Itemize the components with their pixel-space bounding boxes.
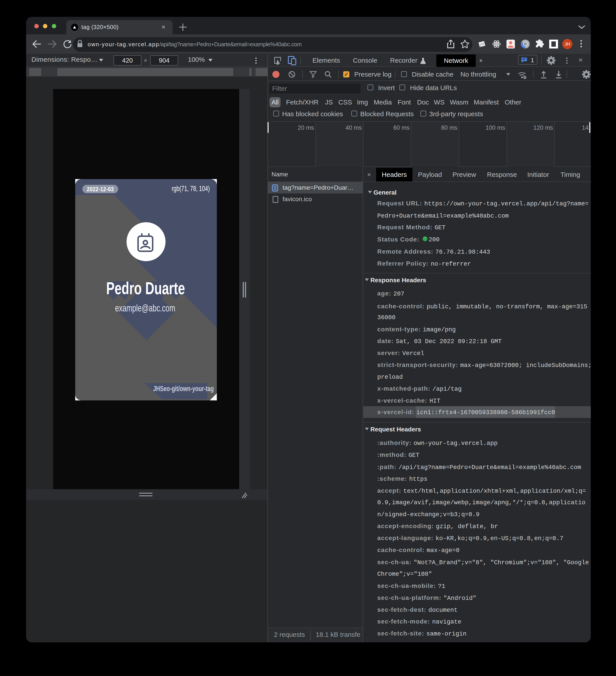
svg-text:example@abc.com: example@abc.com [115, 302, 175, 314]
svg-text:Pedro Duarte: Pedro Duarte [106, 278, 185, 298]
svg-text:rgb(71, 78, 104): rgb(71, 78, 104) [172, 184, 210, 192]
svg-text:2022-12-03: 2022-12-03 [87, 186, 114, 192]
svg-text:JHSeo-git/own-your-tag: JHSeo-git/own-your-tag [153, 385, 214, 393]
